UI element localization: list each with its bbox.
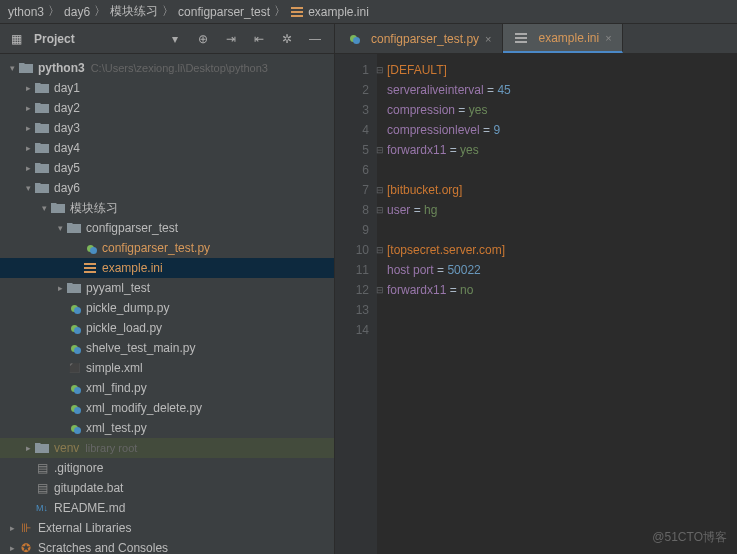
fold-icon[interactable]: ⊟ <box>375 240 385 260</box>
tree-file[interactable]: xml_modify_delete.py <box>0 398 334 418</box>
tree-folder[interactable]: ▾day6 <box>0 178 334 198</box>
chevron-right-icon[interactable]: ▸ <box>6 543 18 553</box>
hide-icon[interactable]: — <box>304 28 326 50</box>
tree-label: shelve_test_main.py <box>86 341 195 355</box>
line-number: 12 <box>335 280 369 300</box>
tree-folder[interactable]: ▾模块练习 <box>0 198 334 218</box>
tree-folder[interactable]: ▸day5 <box>0 158 334 178</box>
tree-file[interactable]: pickle_load.py <box>0 318 334 338</box>
ini-file-icon <box>290 5 304 19</box>
tree-folder[interactable]: ▾configparser_test <box>0 218 334 238</box>
tree-label: xml_test.py <box>86 421 147 435</box>
breadcrumb-item[interactable]: ython3 <box>8 5 44 19</box>
tree-label: day6 <box>54 181 80 195</box>
chevron-right-icon[interactable]: ▸ <box>22 103 34 113</box>
code-token: = <box>434 263 448 277</box>
project-tree[interactable]: ▾ python3 C:\Users\zexiong.li\Desktop\py… <box>0 54 334 554</box>
tree-folder[interactable]: ▸day3 <box>0 118 334 138</box>
tree-external-libs[interactable]: ▸⊪External Libraries <box>0 518 334 538</box>
tree-folder[interactable]: ▸day2 <box>0 98 334 118</box>
tree-file[interactable]: ⬛simple.xml <box>0 358 334 378</box>
tree-folder[interactable]: ▸day4 <box>0 138 334 158</box>
tree-label: pickle_load.py <box>86 321 162 335</box>
code-area[interactable]: 1 2 3 4 5 6 7 8 9 10 11 12 13 14 ⊟[DEFAU… <box>335 54 737 554</box>
gutter: 1 2 3 4 5 6 7 8 9 10 11 12 13 14 <box>335 54 377 554</box>
python-file-icon <box>345 32 361 46</box>
code-token: yes <box>469 103 488 117</box>
breadcrumb-active[interactable]: example.ini <box>308 5 369 19</box>
breadcrumb: ython3〉 day6〉 模块练习〉 configparser_test〉 e… <box>0 0 737 24</box>
locate-icon[interactable]: ⊕ <box>192 28 214 50</box>
tab-configparser-py[interactable]: configparser_test.py × <box>335 24 503 53</box>
chevron-right-icon[interactable]: ▸ <box>22 143 34 153</box>
chevron-right-icon[interactable]: ▸ <box>22 123 34 133</box>
fold-icon[interactable]: ⊟ <box>375 60 385 80</box>
tree-file[interactable]: configparser_test.py <box>0 238 334 258</box>
tree-root[interactable]: ▾ python3 C:\Users\zexiong.li\Desktop\py… <box>0 58 334 78</box>
code-token: = <box>446 143 460 157</box>
tree-label: Scratches and Consoles <box>38 541 168 554</box>
fold-icon[interactable]: ⊟ <box>375 200 385 220</box>
code-token: = <box>446 283 460 297</box>
tree-file[interactable]: xml_test.py <box>0 418 334 438</box>
breadcrumb-item[interactable]: 模块练习 <box>110 3 158 20</box>
code-token: compressionlevel <box>387 123 480 137</box>
expand-icon[interactable]: ⇤ <box>248 28 270 50</box>
close-icon[interactable]: × <box>485 33 491 45</box>
code-token: [topsecret.server.com] <box>387 243 505 257</box>
fold-icon[interactable]: ⊟ <box>375 280 385 300</box>
gear-icon[interactable]: ✲ <box>276 28 298 50</box>
folder-icon <box>34 181 50 195</box>
watermark: @51CTO博客 <box>652 529 727 546</box>
chevron-down-icon[interactable]: ▾ <box>54 223 66 233</box>
chevron-right-icon[interactable]: ▸ <box>22 163 34 173</box>
line-number: 7 <box>335 180 369 200</box>
tree-file-selected[interactable]: example.ini <box>0 258 334 278</box>
folder-icon <box>34 121 50 135</box>
code-content[interactable]: ⊟[DEFAULT] serveraliveinterval = 45 comp… <box>377 54 737 554</box>
chevron-down-icon[interactable]: ▾ <box>6 63 18 73</box>
tree-file[interactable]: M↓README.md <box>0 498 334 518</box>
folder-icon <box>34 141 50 155</box>
tree-label: day5 <box>54 161 80 175</box>
code-token: = <box>455 103 469 117</box>
chevron-right-icon[interactable]: ▸ <box>6 523 18 533</box>
fold-icon[interactable]: ⊟ <box>375 140 385 160</box>
chevron-right-icon[interactable]: ▸ <box>22 83 34 93</box>
tree-file[interactable]: pickle_dump.py <box>0 298 334 318</box>
python-file-icon <box>66 301 82 315</box>
tree-path: C:\Users\zexiong.li\Desktop\python3 <box>91 62 268 74</box>
chevron-right-icon[interactable]: ▸ <box>54 283 66 293</box>
tree-file[interactable]: ▤.gitignore <box>0 458 334 478</box>
tree-note: library root <box>85 442 137 454</box>
tree-scratches[interactable]: ▸✪Scratches and Consoles <box>0 538 334 554</box>
line-number: 3 <box>335 100 369 120</box>
tree-file[interactable]: shelve_test_main.py <box>0 338 334 358</box>
scratches-icon: ✪ <box>18 541 34 554</box>
tree-file[interactable]: xml_find.py <box>0 378 334 398</box>
tree-folder[interactable]: ▸day1 <box>0 78 334 98</box>
close-icon[interactable]: × <box>605 32 611 44</box>
editor-tabs: configparser_test.py × example.ini × <box>335 24 737 54</box>
collapse-icon[interactable]: ⇥ <box>220 28 242 50</box>
chevron-right-icon[interactable]: ▸ <box>22 443 34 453</box>
chevron-down-icon[interactable]: ▾ <box>164 28 186 50</box>
tab-label: configparser_test.py <box>371 32 479 46</box>
tree-folder-venv[interactable]: ▸venvlibrary root <box>0 438 334 458</box>
tree-file[interactable]: ▤gitupdate.bat <box>0 478 334 498</box>
folder-icon <box>34 101 50 115</box>
breadcrumb-item[interactable]: day6 <box>64 5 90 19</box>
chevron-down-icon[interactable]: ▾ <box>38 203 50 213</box>
project-icon: ▦ <box>8 32 24 46</box>
code-token: 45 <box>497 83 510 97</box>
python-file-icon <box>82 241 98 255</box>
code-token: = <box>480 123 494 137</box>
tab-example-ini[interactable]: example.ini × <box>503 24 623 53</box>
chevron-down-icon[interactable]: ▾ <box>22 183 34 193</box>
breadcrumb-item[interactable]: configparser_test <box>178 5 270 19</box>
fold-icon[interactable]: ⊟ <box>375 180 385 200</box>
tree-folder[interactable]: ▸pyyaml_test <box>0 278 334 298</box>
sidebar-title[interactable]: Project <box>34 32 158 46</box>
tree-label: pickle_dump.py <box>86 301 169 315</box>
xml-file-icon: ⬛ <box>66 361 82 375</box>
